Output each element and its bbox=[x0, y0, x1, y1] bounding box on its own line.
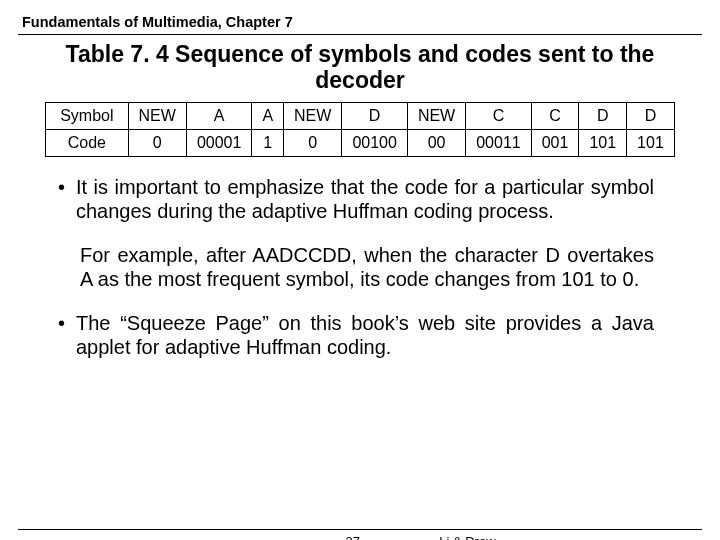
cell: A bbox=[252, 102, 284, 129]
page-number: 27 bbox=[346, 534, 360, 540]
cell: D bbox=[342, 102, 408, 129]
cell: NEW bbox=[284, 102, 342, 129]
bullet-1: • It is important to emphasize that the … bbox=[76, 175, 654, 223]
cell: 00100 bbox=[342, 129, 408, 156]
top-rule bbox=[18, 34, 702, 35]
table-caption: Table 7. 4 Sequence of symbols and codes… bbox=[48, 41, 672, 94]
bottom-rule bbox=[18, 529, 702, 530]
footer: 27 Li & Drew bbox=[0, 529, 720, 534]
cell: 1 bbox=[252, 129, 284, 156]
bullet-1-text: It is important to emphasize that the co… bbox=[76, 176, 654, 222]
cell: NEW bbox=[128, 102, 186, 129]
table-row: Code 0 00001 1 0 00100 00 00011 001 101 … bbox=[46, 129, 675, 156]
cell: D bbox=[579, 102, 627, 129]
cell: NEW bbox=[407, 102, 465, 129]
cell: 0 bbox=[284, 129, 342, 156]
bullet-2: • The “Squeeze Page” on this book’s web … bbox=[76, 311, 654, 359]
cell: D bbox=[627, 102, 675, 129]
bullet-2-text: The “Squeeze Page” on this book’s web si… bbox=[76, 312, 654, 358]
cell: C bbox=[466, 102, 532, 129]
slide-page: Fundamentals of Multimedia, Chapter 7 Ta… bbox=[0, 0, 720, 540]
bullet-dot-icon: • bbox=[58, 175, 65, 199]
cell: 00 bbox=[407, 129, 465, 156]
cell: 0 bbox=[128, 129, 186, 156]
cell: A bbox=[186, 102, 252, 129]
bullet-1-sub: For example, after AADCCDD, when the cha… bbox=[80, 243, 654, 291]
chapter-header: Fundamentals of Multimedia, Chapter 7 bbox=[22, 14, 702, 30]
authors: Li & Drew bbox=[439, 534, 495, 540]
codes-table: Symbol NEW A A NEW D NEW C C D D Code 0 … bbox=[45, 102, 675, 157]
bullet-dot-icon: • bbox=[58, 311, 65, 335]
cell: 00011 bbox=[466, 129, 532, 156]
cell: C bbox=[531, 102, 579, 129]
row-label-symbol: Symbol bbox=[46, 102, 128, 129]
table-row: Symbol NEW A A NEW D NEW C C D D bbox=[46, 102, 675, 129]
cell: 101 bbox=[579, 129, 627, 156]
cell: 00001 bbox=[186, 129, 252, 156]
body-text: • It is important to emphasize that the … bbox=[76, 175, 654, 359]
cell: 001 bbox=[531, 129, 579, 156]
cell: 101 bbox=[627, 129, 675, 156]
row-label-code: Code bbox=[46, 129, 128, 156]
